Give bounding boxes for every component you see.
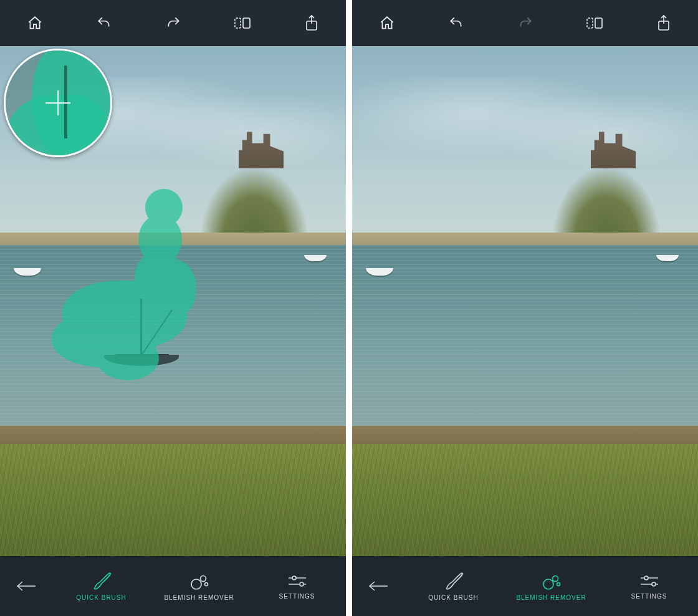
tool-label: BLEMISH REMOVER — [516, 594, 586, 601]
svg-point-13 — [557, 582, 560, 585]
quick-brush-icon — [91, 572, 112, 590]
svg-point-14 — [644, 576, 648, 580]
svg-point-6 — [292, 576, 296, 580]
tool-quick-brush[interactable]: QUICK BRUSH — [55, 556, 148, 616]
undo-icon — [96, 15, 112, 31]
home-button[interactable] — [373, 9, 401, 37]
sea-layer — [352, 245, 698, 428]
editor-pane-left: QUICK BRUSH BLEMISH REMOVER SETTINGS — [0, 0, 346, 616]
back-button[interactable] — [352, 580, 404, 592]
redo-button[interactable] — [512, 9, 539, 37]
svg-rect-8 — [587, 18, 593, 28]
tool-settings[interactable]: SETTINGS — [251, 556, 344, 616]
share-button[interactable] — [650, 9, 677, 37]
svg-point-15 — [652, 582, 656, 586]
back-arrow-icon — [368, 580, 389, 592]
redo-button[interactable] — [160, 9, 187, 37]
share-button[interactable] — [298, 9, 325, 37]
share-icon — [656, 14, 671, 32]
settings-sliders-icon — [287, 573, 308, 589]
crosshair-icon — [45, 90, 70, 115]
tool-blemish-remover[interactable]: BLEMISH REMOVER — [153, 556, 246, 616]
svg-rect-1 — [243, 18, 250, 28]
tool-label: SETTINGS — [279, 593, 315, 600]
tool-blemish-remover[interactable]: BLEMISH REMOVER — [505, 556, 598, 616]
quick-brush-icon — [443, 572, 464, 590]
undo-icon — [448, 15, 464, 31]
tool-label: BLEMISH REMOVER — [164, 594, 234, 601]
svg-point-4 — [200, 575, 206, 581]
redo-icon — [517, 15, 533, 31]
tool-label: QUICK BRUSH — [428, 594, 478, 601]
bottom-toolbar: QUICK BRUSH BLEMISH REMOVER SETTINGS — [0, 556, 346, 616]
compare-button[interactable] — [229, 9, 256, 37]
undo-button[interactable] — [90, 9, 118, 37]
tool-quick-brush[interactable]: QUICK BRUSH — [407, 556, 500, 616]
settings-sliders-icon — [639, 573, 660, 589]
blemish-remover-icon — [189, 572, 210, 590]
svg-point-12 — [552, 575, 558, 581]
svg-point-5 — [204, 582, 208, 585]
svg-rect-9 — [595, 18, 602, 28]
tool-label: QUICK BRUSH — [76, 594, 126, 601]
home-icon — [379, 15, 395, 31]
editor-pane-right: QUICK BRUSH BLEMISH REMOVER SETTINGS — [352, 0, 698, 616]
tool-settings[interactable]: SETTINGS — [603, 556, 696, 616]
pane-divider — [346, 0, 352, 616]
top-toolbar — [352, 0, 698, 46]
undo-button[interactable] — [442, 9, 470, 37]
share-icon — [304, 14, 319, 32]
magnifier-loupe — [4, 49, 112, 157]
photo-canvas[interactable] — [0, 46, 346, 556]
svg-point-7 — [300, 582, 304, 586]
compare-icon — [585, 15, 604, 31]
back-button[interactable] — [0, 580, 52, 592]
home-button[interactable] — [21, 9, 49, 37]
tool-label: SETTINGS — [631, 593, 667, 600]
grass-layer — [352, 444, 698, 556]
top-toolbar — [0, 0, 346, 46]
redo-icon — [165, 15, 181, 31]
compare-button[interactable] — [581, 9, 608, 37]
back-arrow-icon — [16, 580, 37, 592]
home-icon — [27, 15, 43, 31]
clouds-layer — [352, 77, 698, 168]
compare-icon — [233, 15, 252, 31]
bottom-toolbar: QUICK BRUSH BLEMISH REMOVER SETTINGS — [352, 556, 698, 616]
svg-rect-0 — [235, 18, 241, 28]
blemish-remover-icon — [541, 572, 562, 590]
svg-point-3 — [191, 579, 201, 589]
svg-point-11 — [543, 579, 553, 589]
photo-canvas[interactable] — [352, 46, 698, 556]
